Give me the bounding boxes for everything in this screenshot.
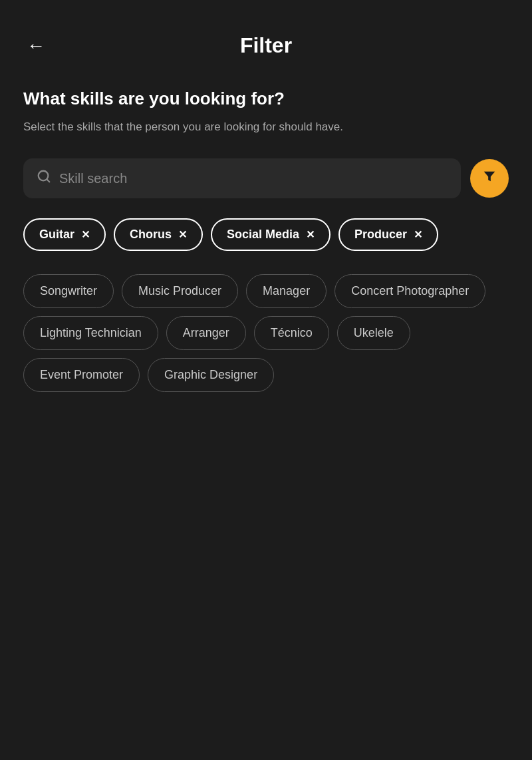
back-button[interactable]: ←	[23, 32, 49, 60]
suggestion-tags-container: SongwriterMusic ProducerManagerConcert P…	[23, 274, 509, 392]
suggestion-tag-label: Music Producer	[138, 284, 221, 298]
suggestion-tag-event-promoter[interactable]: Event Promoter	[23, 358, 140, 392]
selected-tag-producer[interactable]: Producer ✕	[338, 218, 438, 251]
header: ← Filter	[23, 33, 509, 58]
suggestion-tag-label: Ukelele	[354, 326, 394, 340]
selected-tag-social-media[interactable]: Social Media ✕	[211, 218, 331, 251]
suggestion-tag-label: Graphic Designer	[164, 368, 257, 382]
suggestion-tag-label: Event Promoter	[40, 368, 123, 382]
back-icon: ←	[27, 35, 45, 57]
suggestion-tag-label: Concert Photographer	[351, 284, 469, 298]
search-row	[23, 158, 509, 198]
suggestion-tag-label: Arranger	[183, 326, 229, 340]
suggestion-tag-concert-photographer[interactable]: Concert Photographer	[334, 274, 485, 308]
suggestion-tag-label: Lighting Technician	[40, 326, 142, 340]
suggestion-tag-arranger[interactable]: Arranger	[166, 316, 246, 350]
suggestion-tag-tecnico[interactable]: Técnico	[254, 316, 329, 350]
suggestion-tag-label: Técnico	[271, 326, 313, 340]
search-box	[23, 158, 461, 198]
suggestion-tag-label: Songwriter	[40, 284, 97, 298]
search-input[interactable]	[59, 171, 448, 186]
selected-tag-guitar[interactable]: Guitar ✕	[23, 218, 106, 251]
filter-button[interactable]	[470, 159, 509, 198]
page-title: Filter	[240, 33, 292, 58]
remove-tag-icon: ✕	[306, 230, 315, 240]
selected-tag-label: Guitar	[39, 228, 74, 242]
selected-tag-chorus[interactable]: Chorus ✕	[114, 218, 203, 251]
suggestion-tag-ukelele[interactable]: Ukelele	[337, 316, 410, 350]
remove-tag-icon: ✕	[178, 230, 187, 240]
section-description: Select the skills that the person you ar…	[23, 118, 509, 136]
suggestion-tag-label: Manager	[263, 284, 310, 298]
suggestion-tag-lighting-technician[interactable]: Lighting Technician	[23, 316, 158, 350]
selected-tag-label: Producer	[354, 228, 407, 242]
selected-tag-label: Social Media	[227, 228, 299, 242]
selected-tags-container: Guitar ✕ Chorus ✕ Social Media ✕ Produce…	[23, 218, 509, 251]
search-icon	[37, 169, 51, 188]
svg-line-1	[47, 180, 49, 182]
suggestion-tag-manager[interactable]: Manager	[246, 274, 327, 308]
remove-tag-icon: ✕	[81, 230, 90, 240]
suggestion-tag-songwriter[interactable]: Songwriter	[23, 274, 114, 308]
selected-tag-label: Chorus	[130, 228, 172, 242]
page-container: ← Filter What skills are you looking for…	[0, 0, 532, 760]
suggestion-tag-graphic-designer[interactable]: Graphic Designer	[148, 358, 274, 392]
suggestion-tag-music-producer[interactable]: Music Producer	[122, 274, 238, 308]
section-question: What skills are you looking for?	[23, 88, 509, 110]
filter-icon	[482, 169, 497, 188]
remove-tag-icon: ✕	[414, 230, 422, 240]
